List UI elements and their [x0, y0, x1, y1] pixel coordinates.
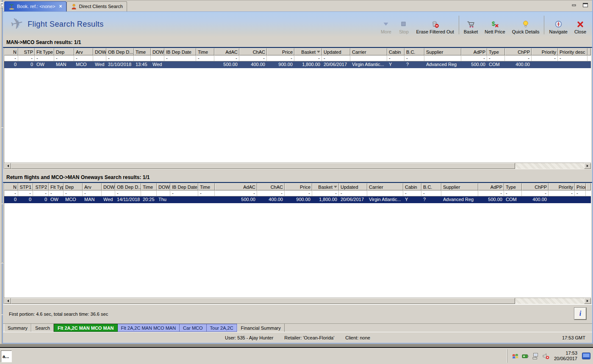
filter-cell[interactable]: - [339, 190, 367, 196]
close-button[interactable]: Close [571, 14, 590, 36]
column-header-time[interactable]: Time [198, 183, 215, 190]
filter-cell[interactable]: - [198, 190, 215, 196]
outbound-hscrollbar[interactable] [4, 163, 591, 169]
column-header-adpp[interactable]: AdPP [478, 183, 504, 190]
filter-cell[interactable] [157, 190, 170, 196]
filter-cell[interactable]: - [312, 190, 339, 196]
filter-cell[interactable]: - [294, 55, 322, 61]
filter-cell[interactable]: - [421, 190, 441, 196]
filter-cell[interactable]: - [267, 55, 294, 61]
filter-cell[interactable]: - [4, 55, 18, 61]
tray-clock[interactable]: 17:53 20/06/2017 [552, 350, 579, 361]
column-header-arv[interactable]: Arv [74, 48, 93, 55]
column-header-priority-desc[interactable]: Priority desc [558, 48, 587, 55]
column-header-type[interactable]: Type [504, 183, 522, 190]
column-header-basket[interactable]: Basket [312, 183, 339, 190]
bottom-tab-car-mco[interactable]: Car MCO [180, 324, 206, 332]
filter-cell[interactable]: - [170, 190, 198, 196]
column-header-dow[interactable]: DOW [102, 183, 115, 190]
scrollbar-track[interactable] [515, 163, 584, 169]
column-header-arv[interactable]: Arv [83, 183, 102, 190]
close-tab-icon[interactable]: × [59, 4, 62, 9]
filter-cell[interactable]: - [285, 190, 312, 196]
column-header-basket[interactable]: Basket [294, 48, 322, 55]
column-header-updated[interactable]: Updated [322, 48, 350, 55]
filter-cell[interactable]: - [257, 190, 285, 196]
outbound-result-row[interactable]: 00OWMANMCOWed31/10/201813:45Wed500.00400… [4, 61, 591, 68]
info-button[interactable]: i [574, 308, 586, 320]
filter-cell[interactable] [350, 55, 387, 61]
column-header-stp2[interactable]: STP2 [33, 183, 49, 190]
column-header-flt-type[interactable]: Flt Type [35, 48, 54, 55]
network-icon[interactable] [532, 353, 539, 360]
filter-cell[interactable] [93, 55, 106, 61]
column-header-n[interactable]: N [4, 48, 18, 55]
column-header-dep[interactable]: Dep [64, 183, 83, 190]
maximize-button[interactable] [582, 2, 589, 8]
column-header-chac[interactable]: ChAC [257, 183, 285, 190]
filter-cell[interactable]: - [64, 190, 83, 196]
bottom-tab-summary[interactable]: Summary [4, 324, 31, 332]
filter-cell[interactable] [141, 190, 157, 196]
filter-cell[interactable]: - [164, 55, 196, 61]
column-header-supplier[interactable]: Supplier [441, 183, 478, 190]
nett-price-button[interactable]: $Nett Price [481, 14, 508, 36]
filter-cell[interactable]: - [215, 190, 257, 196]
filter-cell[interactable]: - [54, 55, 74, 61]
column-header-dow[interactable]: DOW [93, 48, 106, 55]
column-header-dow[interactable]: DOW [151, 48, 164, 55]
column-header-priority[interactable]: Priority [532, 48, 558, 55]
filter-cell[interactable]: - [505, 55, 532, 61]
filter-cell[interactable]: - [74, 55, 93, 61]
filter-cell[interactable]: - [504, 190, 522, 196]
filter-cell[interactable] [134, 55, 151, 61]
filter-cell[interactable]: - [214, 55, 239, 61]
column-header-carrier[interactable]: Carrier [350, 48, 387, 55]
taskbar-app-button[interactable]: a... [1, 350, 12, 362]
column-header-flt-type[interactable]: Flt Type [49, 183, 64, 190]
column-header-time[interactable]: Time [134, 48, 151, 55]
filter-cell[interactable]: - [387, 55, 405, 61]
filter-cell[interactable]: - [83, 190, 102, 196]
bottom-tab-tour-2a-2c[interactable]: Tour 2A,2C [207, 324, 237, 332]
filter-cell[interactable]: - [322, 55, 350, 61]
column-header-adpp[interactable]: AdPP [461, 48, 487, 55]
filter-cell[interactable]: - [487, 55, 505, 61]
column-header-chpp[interactable]: ChPP [505, 48, 532, 55]
filter-cell[interactable] [441, 190, 478, 196]
filter-cell[interactable]: - [522, 190, 549, 196]
inbound-result-row[interactable]: 000OWMCOMANWed14/11/201820:25Thu500.0040… [4, 196, 591, 203]
filter-cell[interactable]: - [49, 190, 64, 196]
filter-cell[interactable]: - [33, 190, 49, 196]
scrollbar-thumb[interactable] [11, 298, 515, 304]
column-header-updated[interactable]: Updated [339, 183, 367, 190]
column-header-dep[interactable]: Dep [54, 48, 74, 55]
filter-cell[interactable]: - [558, 55, 587, 61]
column-header-cabin[interactable]: Cabin [403, 183, 421, 190]
column-header-price[interactable]: Price [267, 48, 294, 55]
column-header-time[interactable]: Time [141, 183, 157, 190]
column-header-prior[interactable]: Prior [575, 183, 586, 190]
minimize-button[interactable] [571, 2, 578, 8]
column-header-stp1[interactable]: STP1 [18, 183, 33, 190]
column-header-carrier[interactable]: Carrier [367, 183, 403, 190]
column-header-stp[interactable]: STP [18, 48, 35, 55]
column-header-dow[interactable]: DOW [157, 183, 170, 190]
windows-logo-icon[interactable] [512, 353, 519, 360]
column-header-price[interactable]: Price [285, 183, 312, 190]
column-header-adac[interactable]: AdAC [214, 48, 239, 55]
more-button[interactable]: More [377, 14, 395, 36]
scroll-right-button[interactable] [584, 298, 591, 304]
filter-cell[interactable]: - [18, 190, 33, 196]
column-header-cabin[interactable]: Cabin [387, 48, 405, 55]
scroll-left-button[interactable] [4, 298, 11, 304]
column-header-n[interactable]: N [4, 183, 18, 190]
column-header-chpp[interactable]: ChPP [522, 183, 549, 190]
filter-cell[interactable]: - [18, 55, 35, 61]
inbound-hscrollbar[interactable] [4, 298, 591, 304]
column-header-supplier[interactable]: Supplier [424, 48, 461, 55]
filter-cell[interactable]: - [115, 190, 141, 196]
scroll-right-button[interactable] [584, 163, 591, 169]
filter-cell[interactable]: - [403, 190, 421, 196]
bottom-tab-search[interactable]: Search [31, 324, 54, 332]
